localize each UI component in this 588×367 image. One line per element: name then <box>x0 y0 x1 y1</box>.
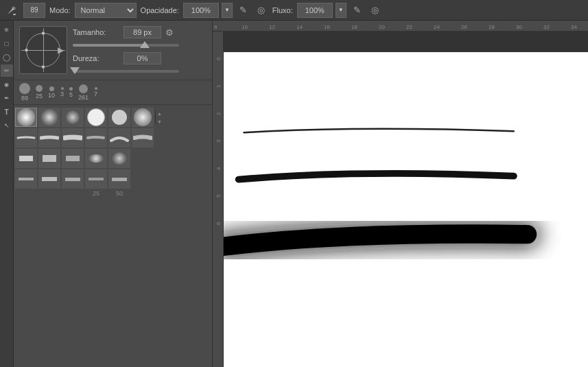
brush-stroke-5[interactable] <box>108 128 130 147</box>
preset-261[interactable]: 261 <box>78 84 89 101</box>
tamanho-label: Tamanho: <box>73 28 121 36</box>
fluxo-group: ▼ <box>297 3 346 18</box>
preset-25[interactable]: 25 <box>36 85 43 99</box>
fluxo-pressure-icon[interactable]: ✎ <box>351 3 364 17</box>
tool-shape[interactable]: ◯ <box>1 51 13 63</box>
brush-item-3[interactable] <box>62 108 84 127</box>
brush-preview: ▶ <box>19 26 67 74</box>
fluxo-pin-icon[interactable]: ◎ <box>368 3 382 17</box>
canvas-area: 8 10 12 14 16 18 20 22 24 26 28 30 32 34… <box>213 21 588 367</box>
tool-rect[interactable]: □ <box>1 37 13 49</box>
tool-lasso[interactable]: ⊕ <box>1 23 13 36</box>
brush-row-2 <box>15 128 211 147</box>
ruler-vertical: 0 1 2 3 4 5 6 <box>213 32 224 367</box>
tool-select[interactable]: ↖ <box>1 119 13 132</box>
top-toolbar: 89 Modo: Normal Multiplicar Sobrepor Opa… <box>0 0 588 21</box>
brush-arrow-icon: ▶ <box>58 45 64 55</box>
brush-line-3[interactable] <box>62 169 84 189</box>
fluxo-arrow[interactable]: ▼ <box>336 3 346 18</box>
opacidade-arrow[interactable]: ▼ <box>222 3 233 18</box>
brush-item-5[interactable] <box>108 108 130 127</box>
tool-brush[interactable]: ✏ <box>1 64 13 77</box>
preset-10[interactable]: 10 <box>48 86 55 99</box>
brush-stroke-6[interactable] <box>132 128 154 147</box>
fluxo-input[interactable] <box>297 3 333 18</box>
brush-rect-1[interactable] <box>15 149 37 168</box>
tamanho-slider-container <box>73 43 207 47</box>
brush-rect-4[interactable] <box>85 149 107 168</box>
handle-bottom[interactable] <box>42 65 45 69</box>
brush-stroke-1[interactable] <box>15 128 37 147</box>
main-area: ⊕ □ ◯ ✏ ◉ ✒ T ↖ ▶ <box>0 21 588 367</box>
brush-item-4[interactable] <box>85 108 107 127</box>
preset-7[interactable]: 7 <box>94 87 97 97</box>
preset-5[interactable]: 5 <box>69 87 73 98</box>
brush-item-2[interactable] <box>38 108 60 127</box>
brush-strokes-svg <box>224 52 588 367</box>
fluxo-label: Fluxo: <box>272 6 293 14</box>
left-toolstrip: ⊕ □ ◯ ✏ ◉ ✒ T ↖ <box>0 21 14 367</box>
canvas-dark-top <box>224 32 588 52</box>
brush-rect-5[interactable] <box>108 149 130 168</box>
ruler-horizontal: 8 10 12 14 16 18 20 22 24 26 28 30 32 34 <box>213 21 588 32</box>
tamanho-value[interactable]: 89 px <box>124 26 161 38</box>
brush-line-2[interactable] <box>38 169 60 189</box>
tamanho-slider-handle[interactable] <box>140 41 150 48</box>
brush-rect-2[interactable] <box>38 149 60 168</box>
tool-pen[interactable]: ✒ <box>1 92 13 104</box>
opacidade-pin-icon[interactable]: ◎ <box>255 3 268 17</box>
brush-line-4[interactable] <box>85 169 107 189</box>
brush-line-5[interactable] <box>108 169 130 189</box>
dureza-slider-container <box>73 69 207 73</box>
canvas-white[interactable] <box>224 52 588 367</box>
dureza-row: Dureza: 0% <box>73 52 207 64</box>
brush-rect-3[interactable] <box>62 149 84 168</box>
brush-item-1[interactable] <box>15 108 37 127</box>
settings-gear-icon[interactable]: ⚙ <box>164 27 175 38</box>
tool-text[interactable]: T <box>1 106 13 118</box>
brush-stroke-4[interactable] <box>85 128 107 147</box>
opacidade-pressure-icon[interactable]: ✎ <box>237 3 250 17</box>
preset-89[interactable]: 89 <box>19 83 30 102</box>
preset-3[interactable]: 3 <box>60 87 64 97</box>
brush-preview-section: ▶ Tamanho: 89 px ⚙ <box>14 21 212 80</box>
dureza-label: Dureza: <box>73 54 121 62</box>
brush-presets-row: 89 25 10 3 5 261 <box>14 80 212 105</box>
opacidade-input[interactable] <box>183 3 219 18</box>
brush-stroke-3[interactable] <box>62 128 84 147</box>
brush-stroke-2[interactable] <box>38 128 60 147</box>
brush-row-1: ▲ ▼ <box>15 108 211 127</box>
brush-size-box: 89 <box>23 3 45 18</box>
scroll-down-arrow[interactable]: ▼ <box>156 119 163 124</box>
canvas-with-ruler: 0 1 2 3 4 5 6 <box>213 32 588 367</box>
dureza-value[interactable]: 0% <box>124 52 161 64</box>
modo-label: Modo: <box>49 6 71 14</box>
dureza-slider-handle[interactable] <box>70 67 80 74</box>
modo-select[interactable]: Normal Multiplicar Sobrepor <box>75 3 137 18</box>
dureza-slider[interactable] <box>73 70 179 73</box>
brush-tool-icon[interactable] <box>4 3 19 18</box>
brush-line-1[interactable] <box>15 169 37 189</box>
brush-list-area: ▲ ▼ <box>14 105 212 367</box>
scroll-up-arrow[interactable]: ▲ <box>156 110 163 116</box>
tamanho-slider[interactable] <box>73 44 179 47</box>
brush-row-4 <box>15 169 211 189</box>
opacidade-group: ▼ <box>183 3 233 18</box>
brush-panel: ▶ Tamanho: 89 px ⚙ <box>14 21 213 367</box>
handle-top[interactable] <box>42 32 45 35</box>
brush-circle <box>26 33 60 67</box>
brush-row-3 <box>15 149 211 168</box>
tamanho-row: Tamanho: 89 px ⚙ <box>73 26 207 38</box>
brush-labels-row: 25 50 <box>15 190 211 197</box>
brush-settings: Tamanho: 89 px ⚙ Dureza: 0% <box>73 26 207 73</box>
tool-eraser[interactable]: ◉ <box>1 78 13 91</box>
brush-item-6[interactable] <box>132 108 154 127</box>
handle-left[interactable] <box>25 49 28 52</box>
brush-scrollbar[interactable]: ▲ ▼ <box>155 110 163 124</box>
opacidade-label: Opacidade: <box>141 6 179 14</box>
canvas-content[interactable] <box>224 32 588 367</box>
